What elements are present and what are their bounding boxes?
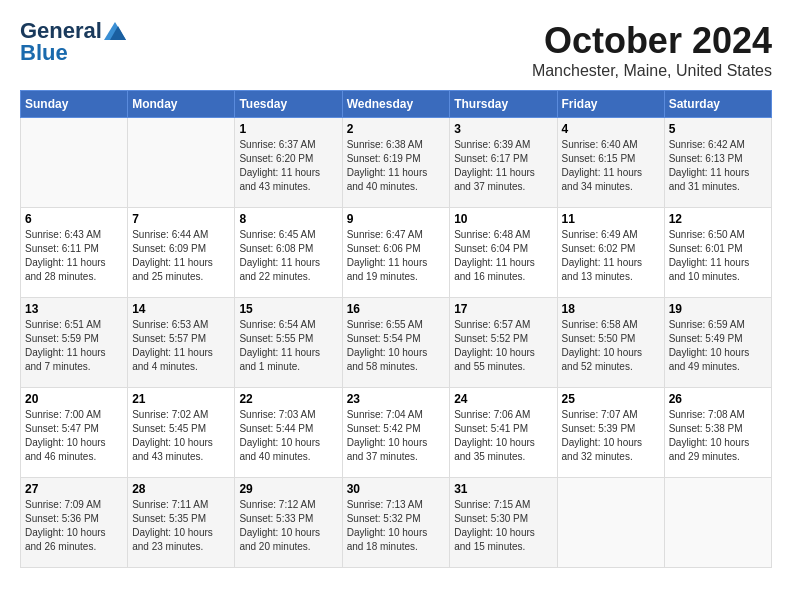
day-info: Sunrise: 6:48 AMSunset: 6:04 PMDaylight:… bbox=[454, 228, 552, 284]
calendar-day-31: 31Sunrise: 7:15 AMSunset: 5:30 PMDayligh… bbox=[450, 478, 557, 568]
day-info: Sunrise: 6:45 AMSunset: 6:08 PMDaylight:… bbox=[239, 228, 337, 284]
day-number: 2 bbox=[347, 122, 446, 136]
title-section: October 2024 Manchester, Maine, United S… bbox=[532, 20, 772, 80]
calendar-empty-cell bbox=[128, 118, 235, 208]
day-number: 21 bbox=[132, 392, 230, 406]
calendar-table: SundayMondayTuesdayWednesdayThursdayFrid… bbox=[20, 90, 772, 568]
day-info: Sunrise: 6:58 AMSunset: 5:50 PMDaylight:… bbox=[562, 318, 660, 374]
day-info: Sunrise: 6:53 AMSunset: 5:57 PMDaylight:… bbox=[132, 318, 230, 374]
day-number: 25 bbox=[562, 392, 660, 406]
calendar-day-4: 4Sunrise: 6:40 AMSunset: 6:15 PMDaylight… bbox=[557, 118, 664, 208]
day-number: 19 bbox=[669, 302, 767, 316]
calendar-day-23: 23Sunrise: 7:04 AMSunset: 5:42 PMDayligh… bbox=[342, 388, 450, 478]
day-info: Sunrise: 7:07 AMSunset: 5:39 PMDaylight:… bbox=[562, 408, 660, 464]
day-number: 11 bbox=[562, 212, 660, 226]
weekday-header-tuesday: Tuesday bbox=[235, 91, 342, 118]
day-number: 17 bbox=[454, 302, 552, 316]
day-info: Sunrise: 7:02 AMSunset: 5:45 PMDaylight:… bbox=[132, 408, 230, 464]
day-number: 30 bbox=[347, 482, 446, 496]
calendar-empty-cell bbox=[664, 478, 771, 568]
day-info: Sunrise: 7:00 AMSunset: 5:47 PMDaylight:… bbox=[25, 408, 123, 464]
day-info: Sunrise: 6:44 AMSunset: 6:09 PMDaylight:… bbox=[132, 228, 230, 284]
day-info: Sunrise: 6:42 AMSunset: 6:13 PMDaylight:… bbox=[669, 138, 767, 194]
day-number: 12 bbox=[669, 212, 767, 226]
calendar-day-18: 18Sunrise: 6:58 AMSunset: 5:50 PMDayligh… bbox=[557, 298, 664, 388]
logo-icon bbox=[104, 22, 126, 40]
day-number: 1 bbox=[239, 122, 337, 136]
day-number: 27 bbox=[25, 482, 123, 496]
day-number: 23 bbox=[347, 392, 446, 406]
calendar-week-row: 20Sunrise: 7:00 AMSunset: 5:47 PMDayligh… bbox=[21, 388, 772, 478]
day-number: 20 bbox=[25, 392, 123, 406]
calendar-day-11: 11Sunrise: 6:49 AMSunset: 6:02 PMDayligh… bbox=[557, 208, 664, 298]
day-info: Sunrise: 7:11 AMSunset: 5:35 PMDaylight:… bbox=[132, 498, 230, 554]
day-info: Sunrise: 6:55 AMSunset: 5:54 PMDaylight:… bbox=[347, 318, 446, 374]
day-number: 8 bbox=[239, 212, 337, 226]
day-info: Sunrise: 7:12 AMSunset: 5:33 PMDaylight:… bbox=[239, 498, 337, 554]
calendar-day-3: 3Sunrise: 6:39 AMSunset: 6:17 PMDaylight… bbox=[450, 118, 557, 208]
day-number: 22 bbox=[239, 392, 337, 406]
calendar-day-30: 30Sunrise: 7:13 AMSunset: 5:32 PMDayligh… bbox=[342, 478, 450, 568]
calendar-day-28: 28Sunrise: 7:11 AMSunset: 5:35 PMDayligh… bbox=[128, 478, 235, 568]
calendar-day-17: 17Sunrise: 6:57 AMSunset: 5:52 PMDayligh… bbox=[450, 298, 557, 388]
weekday-header-thursday: Thursday bbox=[450, 91, 557, 118]
day-number: 9 bbox=[347, 212, 446, 226]
day-info: Sunrise: 6:54 AMSunset: 5:55 PMDaylight:… bbox=[239, 318, 337, 374]
day-info: Sunrise: 7:15 AMSunset: 5:30 PMDaylight:… bbox=[454, 498, 552, 554]
calendar-day-7: 7Sunrise: 6:44 AMSunset: 6:09 PMDaylight… bbox=[128, 208, 235, 298]
day-info: Sunrise: 7:03 AMSunset: 5:44 PMDaylight:… bbox=[239, 408, 337, 464]
day-info: Sunrise: 6:40 AMSunset: 6:15 PMDaylight:… bbox=[562, 138, 660, 194]
day-info: Sunrise: 7:08 AMSunset: 5:38 PMDaylight:… bbox=[669, 408, 767, 464]
logo: General Blue bbox=[20, 20, 126, 64]
calendar-day-5: 5Sunrise: 6:42 AMSunset: 6:13 PMDaylight… bbox=[664, 118, 771, 208]
location-title: Manchester, Maine, United States bbox=[532, 62, 772, 80]
calendar-week-row: 1Sunrise: 6:37 AMSunset: 6:20 PMDaylight… bbox=[21, 118, 772, 208]
day-info: Sunrise: 6:49 AMSunset: 6:02 PMDaylight:… bbox=[562, 228, 660, 284]
calendar-day-10: 10Sunrise: 6:48 AMSunset: 6:04 PMDayligh… bbox=[450, 208, 557, 298]
day-number: 26 bbox=[669, 392, 767, 406]
calendar-empty-cell bbox=[557, 478, 664, 568]
calendar-day-2: 2Sunrise: 6:38 AMSunset: 6:19 PMDaylight… bbox=[342, 118, 450, 208]
weekday-header-monday: Monday bbox=[128, 91, 235, 118]
day-number: 5 bbox=[669, 122, 767, 136]
day-info: Sunrise: 7:06 AMSunset: 5:41 PMDaylight:… bbox=[454, 408, 552, 464]
calendar-day-29: 29Sunrise: 7:12 AMSunset: 5:33 PMDayligh… bbox=[235, 478, 342, 568]
day-number: 13 bbox=[25, 302, 123, 316]
calendar-day-1: 1Sunrise: 6:37 AMSunset: 6:20 PMDaylight… bbox=[235, 118, 342, 208]
day-number: 18 bbox=[562, 302, 660, 316]
day-number: 15 bbox=[239, 302, 337, 316]
calendar-day-22: 22Sunrise: 7:03 AMSunset: 5:44 PMDayligh… bbox=[235, 388, 342, 478]
day-info: Sunrise: 7:09 AMSunset: 5:36 PMDaylight:… bbox=[25, 498, 123, 554]
calendar-day-19: 19Sunrise: 6:59 AMSunset: 5:49 PMDayligh… bbox=[664, 298, 771, 388]
calendar-day-20: 20Sunrise: 7:00 AMSunset: 5:47 PMDayligh… bbox=[21, 388, 128, 478]
calendar-day-15: 15Sunrise: 6:54 AMSunset: 5:55 PMDayligh… bbox=[235, 298, 342, 388]
day-number: 14 bbox=[132, 302, 230, 316]
day-info: Sunrise: 6:43 AMSunset: 6:11 PMDaylight:… bbox=[25, 228, 123, 284]
calendar-day-26: 26Sunrise: 7:08 AMSunset: 5:38 PMDayligh… bbox=[664, 388, 771, 478]
calendar-day-12: 12Sunrise: 6:50 AMSunset: 6:01 PMDayligh… bbox=[664, 208, 771, 298]
day-info: Sunrise: 6:38 AMSunset: 6:19 PMDaylight:… bbox=[347, 138, 446, 194]
calendar-day-6: 6Sunrise: 6:43 AMSunset: 6:11 PMDaylight… bbox=[21, 208, 128, 298]
calendar-day-27: 27Sunrise: 7:09 AMSunset: 5:36 PMDayligh… bbox=[21, 478, 128, 568]
day-info: Sunrise: 7:13 AMSunset: 5:32 PMDaylight:… bbox=[347, 498, 446, 554]
calendar-day-21: 21Sunrise: 7:02 AMSunset: 5:45 PMDayligh… bbox=[128, 388, 235, 478]
calendar-week-row: 27Sunrise: 7:09 AMSunset: 5:36 PMDayligh… bbox=[21, 478, 772, 568]
calendar-day-9: 9Sunrise: 6:47 AMSunset: 6:06 PMDaylight… bbox=[342, 208, 450, 298]
calendar-day-24: 24Sunrise: 7:06 AMSunset: 5:41 PMDayligh… bbox=[450, 388, 557, 478]
day-info: Sunrise: 6:51 AMSunset: 5:59 PMDaylight:… bbox=[25, 318, 123, 374]
day-info: Sunrise: 6:37 AMSunset: 6:20 PMDaylight:… bbox=[239, 138, 337, 194]
calendar-week-row: 6Sunrise: 6:43 AMSunset: 6:11 PMDaylight… bbox=[21, 208, 772, 298]
calendar-empty-cell bbox=[21, 118, 128, 208]
day-number: 6 bbox=[25, 212, 123, 226]
day-number: 16 bbox=[347, 302, 446, 316]
day-number: 7 bbox=[132, 212, 230, 226]
day-number: 10 bbox=[454, 212, 552, 226]
month-title: October 2024 bbox=[532, 20, 772, 62]
calendar-day-16: 16Sunrise: 6:55 AMSunset: 5:54 PMDayligh… bbox=[342, 298, 450, 388]
day-number: 29 bbox=[239, 482, 337, 496]
day-number: 24 bbox=[454, 392, 552, 406]
day-info: Sunrise: 6:47 AMSunset: 6:06 PMDaylight:… bbox=[347, 228, 446, 284]
day-number: 31 bbox=[454, 482, 552, 496]
logo-general: General bbox=[20, 20, 102, 42]
weekday-header-friday: Friday bbox=[557, 91, 664, 118]
